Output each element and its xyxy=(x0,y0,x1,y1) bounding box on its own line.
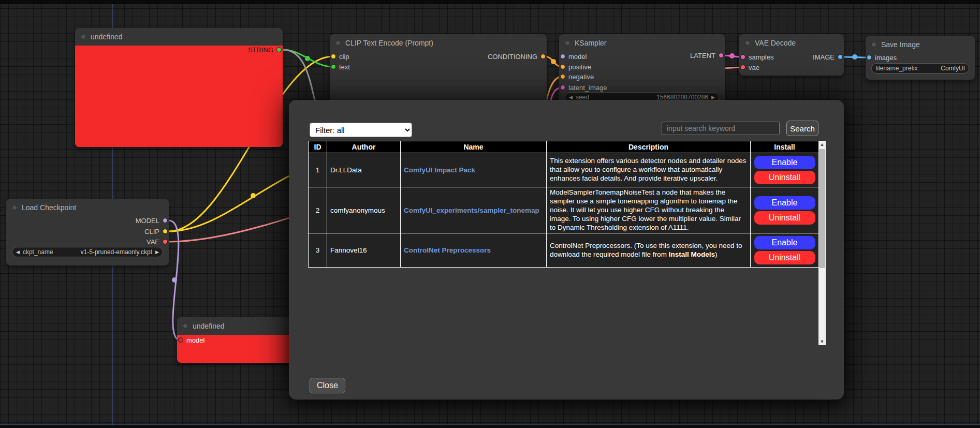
table-header-row: ID Author Name Description Install xyxy=(309,141,819,153)
latent-image-slot-dot[interactable] xyxy=(560,85,565,90)
node-vae-decode[interactable]: VAE Decode samples vae IMAGE xyxy=(739,34,844,76)
node-collapse-dot-icon[interactable] xyxy=(335,40,341,46)
vae-slot-dot[interactable] xyxy=(740,65,745,70)
node-load-checkpoint[interactable]: Load Checkpoint MODEL CLIP VAE ◀ ckpt_na… xyxy=(6,199,169,265)
filename-prefix-widget[interactable]: filename_prefix ComfyUI xyxy=(871,63,969,73)
extension-link[interactable]: ComfyUI_experiments/sampler_tonemap xyxy=(404,206,539,214)
image-slot-dot[interactable] xyxy=(838,54,843,60)
filter-select[interactable]: Filter: all xyxy=(310,123,412,137)
slot-output-image[interactable]: IMAGE xyxy=(813,52,843,62)
model-slot-dot[interactable] xyxy=(178,337,183,343)
extension-list-area: ID Author Name Description Install 1 Dr.… xyxy=(308,141,826,345)
samples-slot-dot[interactable] xyxy=(740,54,745,60)
link-midpoint-dot xyxy=(251,193,256,198)
node-header[interactable]: Save Image xyxy=(866,36,975,53)
slot-output-string[interactable]: STRING xyxy=(248,45,282,54)
slot-input-text[interactable]: text xyxy=(331,62,350,71)
slot-label: samples xyxy=(749,53,773,61)
node-collapse-dot-icon[interactable] xyxy=(81,34,86,39)
node-save-image[interactable]: Save Image images filename_prefix ComfyU… xyxy=(866,36,975,80)
node-title: Load Checkpoint xyxy=(22,203,76,212)
col-header-description: Description xyxy=(547,141,751,153)
uninstall-button[interactable]: Uninstall xyxy=(754,251,815,264)
text-slot-dot[interactable] xyxy=(331,64,336,69)
decrement-arrow-icon[interactable]: ◀ xyxy=(569,95,573,100)
scroll-down-arrow-icon[interactable]: ▼ xyxy=(818,338,826,345)
bottom-edge-bar xyxy=(0,425,980,428)
widget-label: ckpt_name xyxy=(23,248,53,256)
cell-id: 2 xyxy=(309,187,327,233)
table-row: 1 Dr.Lt.Data ComfyUI Impact Pack This ex… xyxy=(309,153,819,187)
slot-output-latent[interactable]: LATENT xyxy=(690,51,724,60)
node-undefined-top[interactable]: undefined STRING xyxy=(75,28,283,147)
next-arrow-icon[interactable]: ▶ xyxy=(155,249,159,255)
widget-value: v1-5-pruned-emaonly.ckpt xyxy=(81,248,153,256)
search-input[interactable] xyxy=(662,122,780,135)
slot-input-model[interactable]: model xyxy=(560,52,587,61)
uninstall-button[interactable]: Uninstall xyxy=(754,211,815,225)
enable-button[interactable]: Enable xyxy=(754,236,815,249)
slot-output-clip[interactable]: CLIP xyxy=(144,227,168,236)
table-row: 2 comfyanonymous ComfyUI_experiments/sam… xyxy=(309,187,819,233)
string-slot-dot[interactable] xyxy=(276,47,282,52)
model-slot-dot[interactable] xyxy=(163,218,168,223)
conditioning-slot-dot[interactable] xyxy=(540,54,546,59)
node-header[interactable]: undefined xyxy=(75,28,283,46)
extension-link[interactable]: ComfyUI Impact Pack xyxy=(404,166,475,174)
node-collapse-dot-icon[interactable] xyxy=(745,40,750,46)
link-midpoint-dot xyxy=(305,56,310,61)
node-collapse-dot-icon[interactable] xyxy=(565,40,570,46)
slot-input-latent-image[interactable]: latent_image xyxy=(560,83,607,92)
enable-button[interactable]: Enable xyxy=(754,156,815,169)
increment-arrow-icon[interactable]: ▶ xyxy=(711,95,715,100)
link-midpoint-dot xyxy=(729,53,735,58)
error-node-body xyxy=(75,46,283,147)
enable-button[interactable]: Enable xyxy=(754,196,815,210)
vae-slot-dot[interactable] xyxy=(163,239,168,244)
slot-input-positive[interactable]: positive xyxy=(560,62,591,71)
slot-label: negative xyxy=(568,73,594,81)
slot-input-negative[interactable]: negative xyxy=(560,72,594,81)
uninstall-button[interactable]: Uninstall xyxy=(754,171,815,184)
node-header[interactable]: VAE Decode xyxy=(739,34,844,52)
widget-value: ComfyUI xyxy=(941,65,965,72)
comfyui-app: undefined STRING CLIP Text Encode (Promp… xyxy=(0,0,980,428)
link-midpoint-dot xyxy=(172,277,177,283)
positive-slot-dot[interactable] xyxy=(560,64,565,69)
slot-input-samples[interactable]: samples xyxy=(740,52,773,62)
node-collapse-dot-icon[interactable] xyxy=(12,205,17,210)
slot-input-images[interactable]: images xyxy=(867,53,897,62)
slot-input-clip[interactable]: clip xyxy=(331,52,349,61)
ckpt-name-widget[interactable]: ◀ ckpt_name v1-5-pruned-emaonly.ckpt ▶ xyxy=(12,247,163,257)
node-header[interactable]: CLIP Text Encode (Prompt) xyxy=(330,34,547,52)
node-title: undefined xyxy=(193,322,225,330)
slot-label: CLIP xyxy=(144,228,159,235)
latent-slot-dot[interactable] xyxy=(719,53,724,58)
search-button[interactable]: Search xyxy=(786,121,818,136)
cell-id: 1 xyxy=(309,153,327,187)
slot-output-model[interactable]: MODEL xyxy=(136,216,168,225)
slot-output-conditioning[interactable]: CONDITIONING xyxy=(488,52,546,61)
previous-arrow-icon[interactable]: ◀ xyxy=(16,249,20,255)
scrollbar-thumb[interactable] xyxy=(819,149,825,268)
images-slot-dot[interactable] xyxy=(867,55,872,60)
node-collapse-dot-icon[interactable] xyxy=(871,42,876,47)
node-collapse-dot-icon[interactable] xyxy=(183,323,188,329)
clip-slot-dot[interactable] xyxy=(163,229,168,234)
node-header[interactable]: Load Checkpoint xyxy=(6,199,169,216)
cell-description: ControlNet Preprocessors. (To use this e… xyxy=(547,233,751,268)
close-button[interactable]: Close xyxy=(310,378,345,393)
negative-slot-dot[interactable] xyxy=(560,74,565,79)
model-slot-dot[interactable] xyxy=(560,54,565,59)
clip-slot-dot[interactable] xyxy=(331,54,336,59)
scroll-up-arrow-icon[interactable]: ▲ xyxy=(818,141,826,148)
scrollbar-track[interactable]: ▲ ▼ xyxy=(818,141,826,345)
slot-input-model[interactable]: model xyxy=(178,335,204,345)
col-header-id: ID xyxy=(309,141,327,153)
slot-output-vae[interactable]: VAE xyxy=(147,237,168,246)
node-header[interactable]: KSampler xyxy=(559,34,725,52)
node-undefined-bottom[interactable]: undefined model xyxy=(177,317,292,363)
node-header[interactable]: undefined xyxy=(177,317,292,335)
slot-input-vae[interactable]: vae xyxy=(740,63,759,72)
extension-link[interactable]: ControlNet Preprocessors xyxy=(404,246,491,254)
